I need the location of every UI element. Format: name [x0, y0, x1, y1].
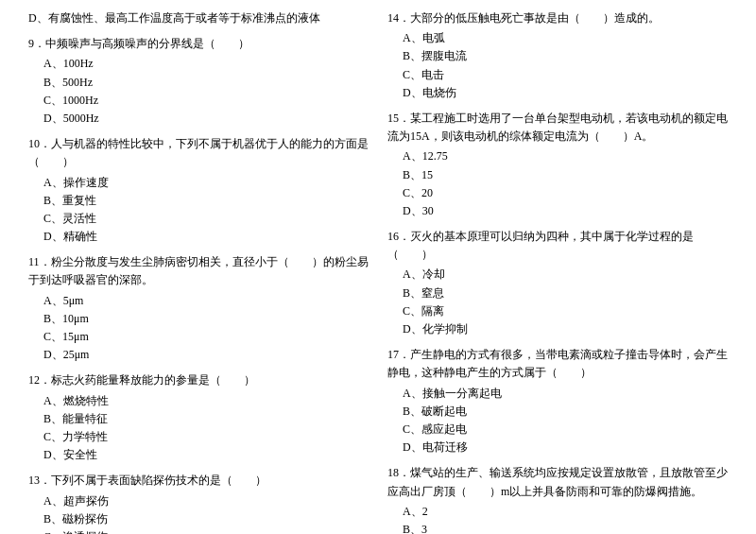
- option-item: A、超声探伤: [43, 492, 369, 510]
- option-item: B、15: [403, 166, 728, 184]
- option-item: D、5000Hz: [43, 110, 369, 128]
- exam-page: D、有腐蚀性、最高工作温度高于或者等于标准沸点的液体9．中频噪声与高频噪声的分界…: [0, 0, 756, 534]
- option-item: A、燃烧特性: [43, 392, 369, 410]
- option-item: B、500Hz: [43, 74, 369, 92]
- option-item: A、100Hz: [43, 55, 369, 73]
- option-item: B、能量特征: [43, 410, 369, 428]
- question-text: D、有腐蚀性、最高工作温度高于或者等于标准沸点的液体: [28, 9, 369, 27]
- option-item: B、窒息: [403, 284, 728, 302]
- question-q9: 9．中频噪声与高频噪声的分界线是（ ）A、100HzB、500HzC、1000H…: [28, 35, 369, 128]
- question-q15: 15．某工程施工时选用了一台单台架型电动机，若该电动机的额定电流为15A，则该电…: [387, 110, 728, 220]
- option-item: D、30: [403, 202, 728, 220]
- options-list: A、接触一分离起电B、破断起电C、感应起电D、电荷迁移: [403, 385, 728, 457]
- option-item: D、安全性: [43, 446, 369, 464]
- left-column: D、有腐蚀性、最高工作温度高于或者等于标准沸点的液体9．中频噪声与高频噪声的分界…: [28, 9, 369, 534]
- question-text: 11．粉尘分散度与发生尘肺病密切相关，直径小于（ ）的粉尘易于到达呼吸器官的深部…: [28, 253, 369, 289]
- option-item: A、冷却: [403, 266, 728, 284]
- question-text: 16．灭火的基本原理可以归纳为四种，其中属于化学过程的是（ ）: [387, 228, 728, 264]
- option-item: A、2: [403, 503, 728, 521]
- option-item: A、接触一分离起电: [403, 385, 728, 403]
- option-item: C、电击: [403, 66, 728, 84]
- option-item: C、隔离: [403, 302, 728, 320]
- option-item: B、10μm: [43, 310, 369, 328]
- option-item: C、1000Hz: [43, 92, 369, 110]
- option-item: B、磁粉探伤: [43, 510, 369, 528]
- question-q13: 13．下列不属于表面缺陷探伤技术的是（ ）A、超声探伤B、磁粉探伤C、渗透探伤D…: [28, 472, 369, 534]
- options-list: A、12.75B、15C、20D、30: [403, 147, 728, 220]
- options-list: A、2B、3: [403, 503, 728, 534]
- question-text: 18．煤气站的生产、输送系统均应按规定设置放散管，且放散管至少应高出厂房顶（ ）…: [387, 464, 728, 500]
- option-item: A、操作速度: [43, 174, 369, 192]
- option-item: D、25μm: [43, 346, 369, 364]
- option-item: B、摆腹电流: [403, 47, 728, 65]
- options-list: A、电弧B、摆腹电流C、电击D、电烧伤: [403, 29, 728, 102]
- option-item: D、电烧伤: [403, 84, 728, 102]
- right-column: 14．大部分的低压触电死亡事故是由（ ）造成的。A、电弧B、摆腹电流C、电击D、…: [387, 9, 728, 534]
- option-item: D、精确性: [43, 228, 369, 246]
- option-item: C、灵活性: [43, 210, 369, 228]
- option-item: C、感应起电: [403, 421, 728, 439]
- option-item: C、渗透探伤: [43, 528, 369, 534]
- options-list: A、操作速度B、重复性C、灵活性D、精确性: [43, 174, 369, 247]
- options-list: A、5μmB、10μmC、15μmD、25μm: [43, 292, 369, 365]
- option-item: A、5μm: [43, 292, 369, 310]
- option-item: A、12.75: [403, 147, 728, 165]
- option-item: D、化学抑制: [403, 320, 728, 338]
- options-list: A、超声探伤B、磁粉探伤C、渗透探伤D、涡流探伤: [43, 492, 369, 535]
- options-list: A、燃烧特性B、能量特征C、力学特性D、安全性: [43, 392, 369, 465]
- option-item: C、20: [403, 184, 728, 202]
- question-q10: 10．人与机器的特性比较中，下列不属于机器优于人的能力的方面是（ ）A、操作速度…: [28, 135, 369, 246]
- option-item: B、破断起电: [403, 403, 728, 421]
- content-columns: D、有腐蚀性、最高工作温度高于或者等于标准沸点的液体9．中频噪声与高频噪声的分界…: [28, 9, 728, 534]
- question-q14: 14．大部分的低压触电死亡事故是由（ ）造成的。A、电弧B、摆腹电流C、电击D、…: [387, 9, 728, 102]
- question-q17: 17．产生静电的方式有很多，当带电素滴或粒子撞击导体时，会产生静电，这种静电产生…: [387, 346, 728, 456]
- question-text: 17．产生静电的方式有很多，当带电素滴或粒子撞击导体时，会产生静电，这种静电产生…: [387, 346, 728, 382]
- option-item: C、15μm: [43, 328, 369, 346]
- option-item: B、重复性: [43, 192, 369, 210]
- question-text: 13．下列不属于表面缺陷探伤技术的是（ ）: [28, 472, 369, 490]
- option-item: C、力学特性: [43, 428, 369, 446]
- question-q18: 18．煤气站的生产、输送系统均应按规定设置放散管，且放散管至少应高出厂房顶（ ）…: [387, 464, 728, 534]
- question-text: 12．标志火药能量释放能力的参量是（ ）: [28, 371, 369, 389]
- option-item: A、电弧: [403, 29, 728, 47]
- options-list: A、冷却B、窒息C、隔离D、化学抑制: [403, 266, 728, 338]
- question-q16: 16．灭火的基本原理可以归纳为四种，其中属于化学过程的是（ ）A、冷却B、窒息C…: [387, 228, 728, 338]
- question-q11: 11．粉尘分散度与发生尘肺病密切相关，直径小于（ ）的粉尘易于到达呼吸器官的深部…: [28, 253, 369, 364]
- option-item: D、电荷迁移: [403, 439, 728, 456]
- question-q12: 12．标志火药能量释放能力的参量是（ ）A、燃烧特性B、能量特征C、力学特性D、…: [28, 371, 369, 464]
- question-text: 15．某工程施工时选用了一台单台架型电动机，若该电动机的额定电流为15A，则该电…: [387, 110, 728, 146]
- question-text: 9．中频噪声与高频噪声的分界线是（ ）: [28, 35, 369, 53]
- question-q_d_extra: D、有腐蚀性、最高工作温度高于或者等于标准沸点的液体: [28, 9, 369, 27]
- question-text: 10．人与机器的特性比较中，下列不属于机器优于人的能力的方面是（ ）: [28, 135, 369, 171]
- question-text: 14．大部分的低压触电死亡事故是由（ ）造成的。: [387, 9, 728, 27]
- options-list: A、100HzB、500HzC、1000HzD、5000Hz: [43, 55, 369, 128]
- option-item: B、3: [403, 521, 728, 534]
